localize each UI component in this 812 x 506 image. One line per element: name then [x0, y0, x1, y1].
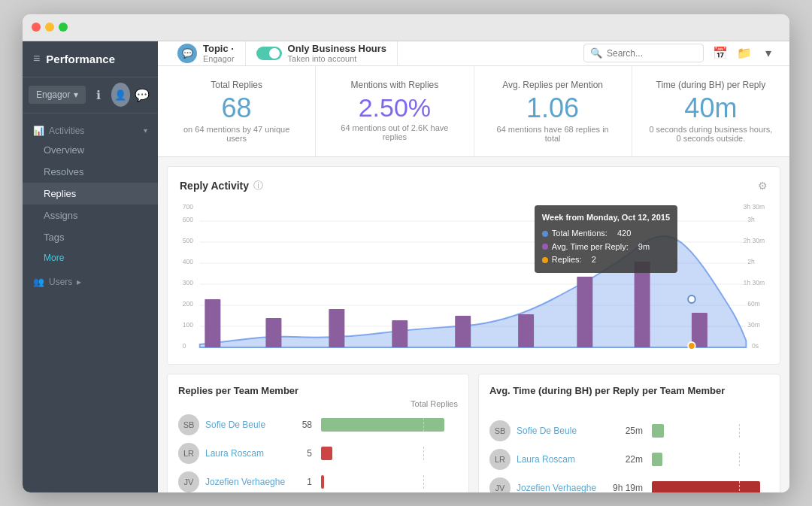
member-count-0: 58: [294, 420, 312, 430]
minimize-button[interactable]: [45, 23, 54, 32]
title-bar: [23, 14, 789, 41]
bottom-panels: Replies per Team Member Total Replies SB…: [167, 374, 780, 492]
bar-fill-0: [321, 418, 444, 432]
member-name-right-1[interactable]: Laura Roscam: [517, 454, 599, 465]
bar-container-2: [321, 475, 458, 489]
member-name-right-2[interactable]: Jozefien Verhaeghe: [517, 483, 599, 492]
sidebar-item-resolves[interactable]: Resolves: [23, 161, 158, 183]
member-name-right-0[interactable]: Sofie De Beule: [517, 426, 599, 436]
member-name-2[interactable]: Jozefien Verhaeghe: [205, 477, 288, 487]
engagor-dropdown[interactable]: Engagor ▾: [29, 86, 86, 104]
chart-container: Week from Monday, Oct 12, 2015 Total Men…: [180, 201, 768, 352]
member-row-1: LR Laura Roscam 5: [178, 443, 458, 464]
users-icon: 👥: [33, 277, 44, 287]
business-hours-toggle[interactable]: Only Business Hours Taken into account: [246, 41, 398, 65]
search-icon: 🔍: [590, 47, 602, 59]
bar-fill-right-0: [652, 424, 664, 438]
traffic-lights: [32, 23, 68, 32]
stat-label-1: Mentions with Replies: [331, 80, 458, 90]
main-content: 💬 Topic · Engagor Only Business Hours Ta…: [158, 41, 789, 492]
bar-jul27: [329, 309, 344, 347]
svg-text:0: 0: [183, 341, 186, 349]
topic-selector[interactable]: 💬 Topic · Engagor: [167, 41, 246, 65]
chart-info-icon[interactable]: ⓘ: [253, 179, 263, 192]
bar-jun29: [205, 299, 220, 347]
svg-text:2h: 2h: [747, 257, 755, 265]
avatar-jozefien: JV: [178, 471, 199, 492]
svg-text:600: 600: [183, 215, 193, 223]
bar-fill-right-1: [652, 453, 662, 466]
activities-label: Activities: [49, 126, 139, 136]
avatar-laura-right: LR: [489, 449, 511, 470]
bar-fill-right-2: [652, 481, 760, 492]
svg-text:300: 300: [183, 278, 193, 286]
sidebar-item-tags[interactable]: Tags: [23, 226, 158, 248]
sidebar-more-link[interactable]: More: [23, 248, 158, 268]
stat-sub-3: 0 seconds during business hours, 0 secon…: [647, 125, 774, 143]
stat-label-2: Avg. Replies per Mention: [489, 80, 617, 90]
svg-text:700: 700: [183, 202, 193, 210]
member-row-right-1: LR Laura Roscam 22m: [489, 449, 769, 470]
topic-text: Topic · Engagor: [203, 43, 235, 63]
svg-text:500: 500: [183, 236, 193, 244]
maximize-button[interactable]: [59, 23, 68, 32]
tooltip-dot-marker: [688, 295, 695, 303]
chart-section: Reply Activity ⓘ ⚙ Week from Monday, Oct…: [167, 166, 780, 365]
bar-container-1: [321, 447, 458, 460]
svg-text:2h 30m: 2h 30m: [744, 236, 765, 244]
member-time-1: 22m: [605, 454, 643, 465]
toggle-switch[interactable]: [256, 47, 282, 60]
app-title: Performance: [46, 53, 115, 65]
bar-container-right-0: [652, 424, 769, 438]
user-avatar[interactable]: 👤: [111, 83, 130, 107]
bar-jul13: [265, 318, 281, 347]
toggle-sub: Taken into account: [288, 54, 386, 63]
svg-text:1h 30m: 1h 30m: [744, 278, 765, 286]
svg-text:400: 400: [183, 257, 193, 265]
sidebar-header: ≡ Performance: [23, 41, 158, 77]
chart-title: Reply Activity: [180, 180, 249, 192]
avatar-sofie: SB: [178, 414, 199, 435]
sidebar-item-replies[interactable]: Replies: [23, 183, 158, 205]
stat-mentions-replies: Mentions with Replies 2.50% 64 mentions …: [316, 66, 474, 156]
svg-text:0s: 0s: [752, 341, 759, 349]
avatar-laura: LR: [178, 443, 199, 464]
search-box[interactable]: 🔍: [583, 44, 704, 62]
bar-container-right-1: [652, 453, 769, 466]
bar-dashed-right-2: [739, 481, 740, 492]
app-body: ≡ Performance Engagor ▾ ℹ 👤 💬 📊 Activiti…: [23, 41, 789, 492]
topic-icon: 💬: [177, 44, 197, 63]
folder-icon[interactable]: 📁: [732, 41, 756, 65]
sidebar-item-overview[interactable]: Overview: [23, 139, 158, 161]
svg-text:200: 200: [183, 299, 193, 307]
member-count-1: 5: [294, 448, 312, 459]
bar-fill-2: [321, 475, 324, 489]
member-time-0: 25m: [605, 426, 643, 436]
sidebar-item-assigns[interactable]: Assigns: [23, 205, 158, 226]
member-time-2: 9h 19m: [605, 483, 643, 492]
hamburger-icon[interactable]: ≡: [33, 52, 40, 65]
stat-sub-0: on 64 mentions by 47 unique users: [173, 125, 300, 143]
info-icon[interactable]: ℹ: [89, 83, 108, 107]
close-button[interactable]: [32, 23, 41, 32]
sidebar-section-users[interactable]: 👥 Users ▸: [23, 271, 158, 290]
avatar-jozefien-right: JV: [489, 477, 511, 492]
filter-dropdown-icon[interactable]: ▾: [756, 41, 780, 65]
member-name-1[interactable]: Laura Roscam: [205, 448, 288, 459]
panel-avg-time-per-member: Avg. Time (during BH) per Reply per Team…: [478, 374, 780, 492]
bar-fill-1: [321, 447, 332, 460]
calendar-icon[interactable]: 📅: [708, 41, 732, 65]
svg-text:30m: 30m: [747, 320, 760, 328]
stats-row: Total Replies 68 on 64 mentions by 47 un…: [158, 66, 789, 157]
activities-chevron-icon: ▾: [144, 126, 147, 135]
member-name-0[interactable]: Sofie De Beule: [205, 420, 288, 430]
search-input[interactable]: [607, 48, 697, 59]
chart-settings-icon[interactable]: ⚙: [758, 180, 768, 192]
sidebar-section-activities[interactable]: 📊 Activities ▾: [23, 120, 158, 139]
engagor-label: Engagor: [36, 89, 70, 100]
stat-label-0: Total Replies: [173, 80, 300, 90]
bar-oct5: [635, 262, 650, 347]
chat-icon[interactable]: 💬: [133, 83, 152, 107]
app-window: ≡ Performance Engagor ▾ ℹ 👤 💬 📊 Activiti…: [23, 14, 789, 492]
bar-aug10: [392, 320, 408, 347]
